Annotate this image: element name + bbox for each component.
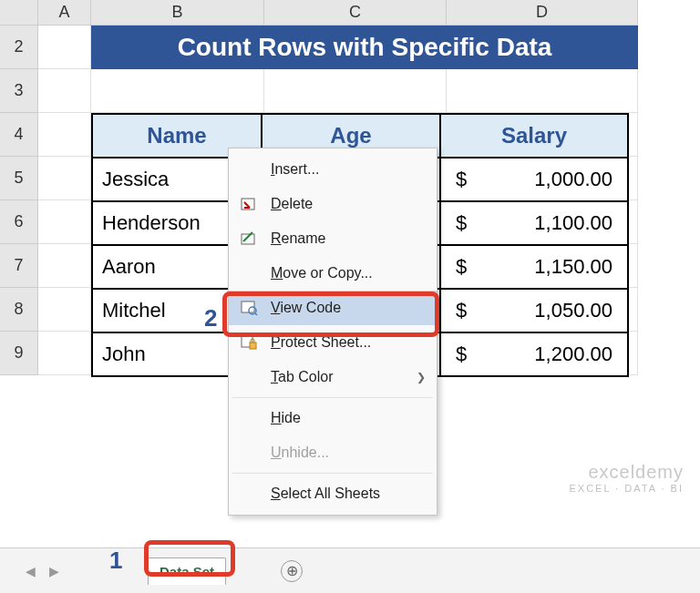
cell-salary[interactable]: $1,200.00 [440,332,628,376]
page-title: Count Rows with Specific Data [91,26,638,69]
tab-nav-next[interactable]: ▶ [46,563,62,579]
svg-rect-8 [250,343,256,349]
salary-value: 1,150.00 [534,255,612,279]
menu-protect-sheet[interactable]: Protect Sheet... [229,325,437,360]
row-header-6[interactable]: 6 [0,200,38,244]
delete-icon [240,195,258,213]
row-header-7[interactable]: 7 [0,244,38,288]
menu-label: Tab Color [271,369,333,385]
menu-label: Select All Sheets [271,486,380,502]
cell-salary[interactable]: $1,150.00 [440,245,628,289]
salary-value: 1,100.00 [534,211,612,235]
add-sheet-button[interactable]: ⊕ [281,560,303,582]
svg-line-6 [255,313,257,315]
salary-value: 1,200.00 [534,343,612,366]
cell-salary[interactable]: $1,050.00 [440,289,628,332]
menu-label: Move or Copy... [271,265,373,281]
rename-icon [240,230,258,248]
menu-hide[interactable]: Hide [229,401,437,435]
salary-value: 1,000.00 [534,168,612,191]
menu-rename[interactable]: Rename [229,221,437,256]
protect-icon [240,333,258,352]
currency-symbol: $ [456,299,467,322]
sheet-tab-context-menu: Insert... Delete Rename Move or Copy... … [228,148,438,516]
menu-label: Protect Sheet... [271,334,371,351]
menu-delete[interactable]: Delete [229,187,437,221]
row-header-3[interactable]: 3 [0,69,38,113]
menu-select-all-sheets[interactable]: Select All Sheets [229,476,437,511]
column-header-D[interactable]: D [447,0,638,26]
row-header-2[interactable]: 2 [0,26,38,69]
spreadsheet-grid[interactable]: A B C D 2 3 4 5 6 7 8 9 Count Rows with … [0,0,700,547]
column-header-B[interactable]: B [91,0,264,26]
annotation-2: 2 [204,304,217,332]
chevron-right-icon: ❯ [417,371,426,383]
menu-insert[interactable]: Insert... [229,152,437,187]
cell-salary[interactable]: $1,100.00 [440,201,628,245]
menu-label: Insert... [271,161,319,178]
row-header-9[interactable]: 9 [0,332,38,375]
annotation-1: 1 [109,547,122,575]
cell-salary[interactable]: $1,000.00 [440,158,628,201]
column-header-A[interactable]: A [38,0,91,26]
watermark-brand: exceldemy [570,462,685,483]
header-salary[interactable]: Salary [440,114,628,158]
row-header-5[interactable]: 5 [0,157,38,200]
menu-label: Hide [271,410,301,426]
view-code-icon [240,299,258,317]
menu-move-copy[interactable]: Move or Copy... [229,256,437,291]
menu-label: View Code [271,300,341,316]
menu-label: Rename [271,230,325,247]
tab-nav-prev[interactable]: ◀ [22,563,38,579]
row-header-4[interactable]: 4 [0,113,38,157]
watermark-tag: EXCEL · DATA · BI [570,483,685,494]
column-headers: A B C D [0,0,638,26]
watermark: exceldemy EXCEL · DATA · BI [570,462,685,494]
column-header-C[interactable]: C [264,0,447,26]
sheet-tab-bar: ◀ ▶ Data Set ⊕ [0,547,700,593]
menu-separator [232,473,433,474]
menu-view-code[interactable]: View Code [229,291,437,325]
salary-value: 1,050.00 [534,299,612,322]
menu-tab-color[interactable]: Tab Color ❯ [229,360,437,394]
sheet-tab-data-set[interactable]: Data Set [148,557,226,585]
menu-separator [232,397,433,398]
currency-symbol: $ [456,211,467,235]
select-all-corner[interactable] [0,0,38,26]
row-headers: 2 3 4 5 6 7 8 9 [0,26,38,375]
currency-symbol: $ [456,343,467,366]
row-header-8[interactable]: 8 [0,288,38,332]
currency-symbol: $ [456,255,467,279]
menu-label: Unhide... [271,445,329,461]
menu-label: Delete [271,196,313,212]
menu-unhide: Unhide... [229,435,437,470]
currency-symbol: $ [456,168,467,191]
